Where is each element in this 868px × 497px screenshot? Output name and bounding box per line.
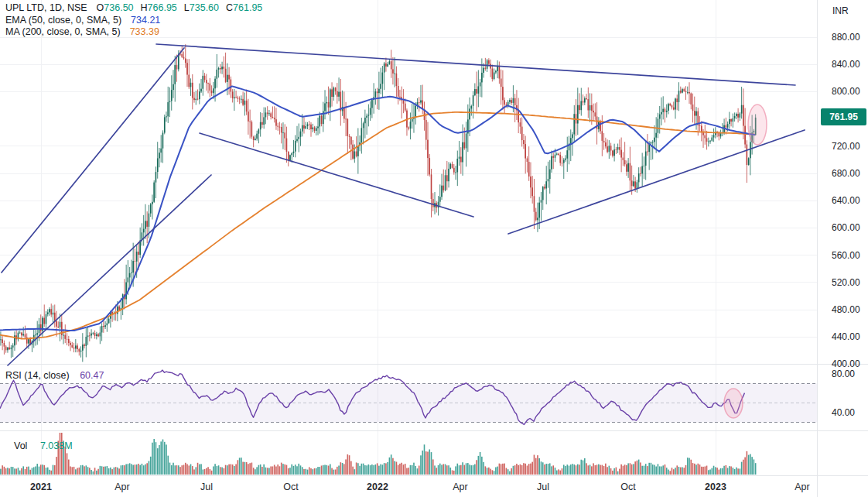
candle-body xyxy=(185,59,186,63)
candle-body xyxy=(531,187,533,196)
candle-body xyxy=(303,125,305,129)
volume-bar xyxy=(603,466,605,475)
candle-body xyxy=(378,89,380,93)
candle-body xyxy=(429,158,430,174)
candle-body xyxy=(668,104,669,111)
volume-bar xyxy=(579,464,580,475)
candle-body xyxy=(527,159,528,162)
volume-bar xyxy=(648,463,650,475)
volume-bar xyxy=(755,463,757,475)
candle-body xyxy=(118,307,120,310)
candle-body xyxy=(281,127,282,132)
candle-body xyxy=(528,162,530,177)
volume-bar xyxy=(432,459,434,475)
candle-body xyxy=(146,221,148,227)
candle-body xyxy=(107,323,108,325)
volume-bar xyxy=(669,471,671,475)
volume-bar xyxy=(654,465,655,475)
candle-body xyxy=(176,65,178,69)
volume-bar xyxy=(474,464,476,475)
volume-bar xyxy=(680,468,682,475)
volume-bar xyxy=(232,464,234,475)
volume-bar xyxy=(193,469,195,475)
ma-legend-row[interactable]: MA (200, close, 0, SMA, 5) 733.39 xyxy=(5,26,269,39)
candle-body xyxy=(743,105,744,126)
candle-body xyxy=(214,79,216,89)
volume-bar xyxy=(531,462,533,475)
chart-canvas[interactable] xyxy=(0,0,868,497)
candle-body xyxy=(483,68,484,73)
candle-body xyxy=(56,321,57,327)
candle-body xyxy=(307,125,309,126)
volume-bar xyxy=(225,465,227,475)
candle-body xyxy=(309,125,310,125)
candle-body xyxy=(255,139,256,140)
candle-body xyxy=(591,105,593,111)
volume-bar xyxy=(736,468,737,475)
ema-legend-row[interactable]: EMA (50, close, 0, SMA, 5) 734.21 xyxy=(5,15,269,27)
candle-body xyxy=(368,115,370,115)
candle-body xyxy=(228,75,230,80)
volume-bar xyxy=(466,463,467,475)
candle-body xyxy=(193,98,195,101)
volume-bar xyxy=(129,463,131,475)
candle-body xyxy=(630,163,631,181)
candle-body xyxy=(371,100,373,108)
candle-body xyxy=(586,98,587,99)
volume-bar xyxy=(586,463,587,475)
candle-body xyxy=(77,345,78,349)
volume-bar xyxy=(186,464,188,475)
candle-body xyxy=(476,89,477,94)
volume-bar xyxy=(704,467,706,475)
volume-bar xyxy=(617,471,619,475)
volume-bar xyxy=(640,462,641,475)
candle-body xyxy=(370,108,371,115)
volume-bar xyxy=(60,433,61,475)
volume-bar xyxy=(473,465,474,475)
volume-bar xyxy=(143,465,145,475)
candle-body xyxy=(25,334,26,338)
candle-body xyxy=(316,128,317,131)
symbol-legend-row[interactable]: UPL LTD, 1D, NSE O736.50 H766.95 L735.60… xyxy=(5,2,269,15)
volume-bar xyxy=(631,464,633,475)
candle-body xyxy=(97,334,99,337)
volume-bar xyxy=(720,468,722,475)
volume-bar xyxy=(195,467,196,475)
volume-bar xyxy=(9,468,10,475)
volume-bar xyxy=(302,467,303,475)
candle-body xyxy=(478,86,480,93)
volume-bar xyxy=(415,466,416,475)
candle-body xyxy=(669,104,671,105)
candle-body xyxy=(220,68,221,69)
candle-body xyxy=(101,326,103,332)
time-axis[interactable]: 2021AprJulOct2022AprJulOct2023Apr xyxy=(0,478,868,497)
volume-bar xyxy=(157,448,159,475)
rsi-legend-row[interactable]: RSI (14, close) 60.47 xyxy=(5,370,104,381)
volume-bar xyxy=(173,463,174,475)
volume-legend-row[interactable]: Vol 7.038M xyxy=(14,440,73,451)
volume-bar xyxy=(197,463,199,475)
volume-bar xyxy=(218,465,220,475)
candle-body xyxy=(689,92,690,94)
volume-bar xyxy=(335,469,337,475)
volume-bar xyxy=(514,465,516,475)
candle-body xyxy=(603,141,605,142)
volume-bar xyxy=(521,465,523,475)
candle-body xyxy=(605,142,607,146)
volume-bar xyxy=(405,464,406,475)
candle-body xyxy=(720,133,722,136)
volume-bar xyxy=(715,467,716,475)
candle-body xyxy=(612,151,613,156)
candle-body xyxy=(640,173,641,174)
candle-body xyxy=(162,132,164,148)
candle-body xyxy=(513,98,514,103)
candle-body xyxy=(174,65,176,84)
volume-bar xyxy=(337,467,338,475)
candle-body xyxy=(80,351,82,351)
volume-bar xyxy=(480,452,481,475)
time-tick-month: Apr xyxy=(795,482,809,492)
volume-bar xyxy=(692,463,694,475)
candle-body xyxy=(89,335,91,336)
candle-body xyxy=(584,98,586,102)
candle-body xyxy=(239,99,241,100)
